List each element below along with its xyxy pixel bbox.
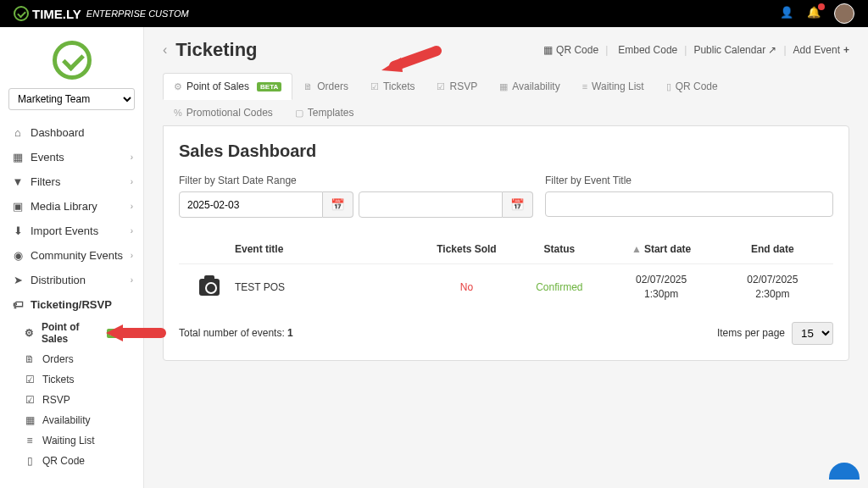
brand: TIME.LY ENTERPRISE CUSTOM [14,6,189,21]
nav-icon: ▣ [12,200,24,213]
page-title: Ticketing [175,39,257,61]
nav-icon: ▼ [12,175,24,188]
nav-label: Point of Sales [42,321,103,345]
table-row[interactable]: TEST POS No Confirmed 02/07/20251:30pm 0… [179,264,833,310]
tab-icon: 🗎 [303,81,313,92]
event-title-cell: TEST POS [235,281,420,293]
per-page-select[interactable]: 15 [792,322,833,345]
sidebar-item-ticketing-rsvp[interactable]: 🏷Ticketing/RSVP [0,292,143,317]
tabs: ⚙Point of SalesBETA🗎Orders☑Tickets☑RSVP▦… [163,73,849,125]
per-page-label: Items per page [717,327,785,339]
nav-icon: ▦ [24,414,36,426]
tab-icon: ≡ [582,81,587,92]
calendar-icon[interactable]: 📅 [503,191,533,218]
brand-check-icon [14,6,29,21]
action-icon: ▦ [543,44,553,56]
subnav-item-point-of-sales[interactable]: ⚙Point of SalesBETA [12,317,143,349]
tab-icon: ▦ [499,81,508,92]
sidebar-item-events[interactable]: ▦Events› [0,145,143,169]
panel: Sales Dashboard Filter by Start Date Ran… [163,125,849,361]
tab-availability[interactable]: ▦Availability [488,73,570,99]
tab-promotional-codes[interactable]: %Promotional Codes [163,99,284,125]
start-date-input[interactable] [179,191,323,218]
nav-label: Import Events [31,225,98,237]
sidebar-logo [0,27,143,88]
main: ‹ Ticketing ▦ QR Code| Embed Code| Publi… [144,27,868,488]
nav-icon: 🏷 [12,298,24,311]
nav-icon: ➤ [12,274,24,286]
notification-icon[interactable]: 🔔 [807,6,822,21]
tab-waiting-list[interactable]: ≡Waiting List [571,73,655,99]
nav-icon: ⌂ [12,126,24,139]
tab-icon: ☑ [370,81,379,92]
subnav-item-qr-code[interactable]: ▯QR Code [12,451,143,471]
sidebar-item-media-library[interactable]: ▣Media Library› [0,194,143,219]
status-cell: Confirmed [513,281,605,293]
subnav-item-waiting-list[interactable]: ≡Waiting List [12,430,143,451]
nav-label: Dashboard [31,126,85,139]
nav-icon: ⬇ [12,225,24,237]
chevron-right-icon: › [131,226,133,236]
filter-title-label: Filter by Event Title [545,175,833,186]
event-title-input[interactable] [545,191,833,217]
subnav-item-availability[interactable]: ▦Availability [12,410,143,430]
tab-orders[interactable]: 🗎Orders [292,73,359,99]
chevron-right-icon: › [131,202,133,211]
col-start[interactable]: ▲Start date [606,243,717,255]
tab-icon: ⚙ [174,81,182,92]
sidebar-item-filters[interactable]: ▼Filters› [0,169,143,194]
total-events: Total number of events: 1 [179,327,293,339]
sidebar-item-import-events[interactable]: ⬇Import Events› [0,219,143,243]
back-chevron-icon[interactable]: ‹ [163,42,167,58]
chevron-right-icon: › [131,177,133,186]
nav-icon: ▯ [24,455,36,467]
page-header: ‹ Ticketing ▦ QR Code| Embed Code| Publi… [163,39,849,61]
tab-rsvp[interactable]: ☑RSVP [426,73,488,99]
col-end: End date [717,243,828,255]
header-actions: ▦ QR Code| Embed Code| Public Calendar ↗… [543,44,849,56]
nav-label: Orders [42,353,74,365]
nav-icon: ☑ [24,394,36,406]
nav-label: Distribution [31,274,86,286]
nav-icon: ▦ [12,151,24,164]
header-action-embed-code[interactable]: Embed Code [615,44,677,56]
nav-icon: ☑ [24,374,36,385]
nav-icon: ◉ [12,249,24,262]
avatar[interactable] [834,3,854,24]
header-action-qr-code[interactable]: ▦ QR Code [543,44,598,56]
nav-label: RSVP [42,394,70,406]
beta-badge: BETA [107,329,131,338]
start-date-cell: 02/07/20251:30pm [606,273,717,302]
sort-icon: ▲ [632,243,642,255]
team-select[interactable]: Marketing Team [8,88,135,110]
header-action-public-calendar[interactable]: Public Calendar ↗ [693,44,776,56]
col-status: Status [513,243,605,255]
nav-list: ⌂Dashboard▦Events›▼Filters›▣Media Librar… [0,120,143,317]
sidebar-item-distribution[interactable]: ➤Distribution› [0,268,143,292]
topbar: TIME.LY ENTERPRISE CUSTOM 👤 🔔 [0,0,868,27]
nav-icon: ≡ [24,435,36,446]
tickets-sold-cell: No [420,281,513,293]
tab-icon: ▢ [295,108,303,119]
tab-templates[interactable]: ▢Templates [284,99,365,125]
nav-label: Community Events [31,249,123,262]
tab-qr-code[interactable]: ▯QR Code [655,73,729,99]
subnav-item-orders[interactable]: 🗎Orders [12,349,143,369]
sidebar-item-dashboard[interactable]: ⌂Dashboard [0,120,143,145]
sidebar: Marketing Team ⌂Dashboard▦Events›▼Filter… [0,27,144,488]
support-icon[interactable]: 👤 [780,6,795,21]
end-date-input[interactable] [359,191,503,218]
chevron-right-icon: › [131,251,133,260]
camera-icon [199,279,220,296]
sidebar-item-community-events[interactable]: ◉Community Events› [0,243,143,268]
nav-label: Ticketing/RSVP [31,298,112,311]
tab-tickets[interactable]: ☑Tickets [359,73,426,99]
header-action-add-event[interactable]: Add Event + [793,44,849,56]
subnav-item-tickets[interactable]: ☑Tickets [12,369,143,390]
end-date-cell: 02/07/20252:30pm [717,273,828,302]
events-table: Event title Tickets Sold Status ▲Start d… [179,235,833,310]
nav-icon: 🗎 [24,353,36,365]
calendar-icon[interactable]: 📅 [323,191,353,218]
tab-point-of-sales[interactable]: ⚙Point of SalesBETA [163,73,292,100]
subnav-item-rsvp[interactable]: ☑RSVP [12,390,143,410]
